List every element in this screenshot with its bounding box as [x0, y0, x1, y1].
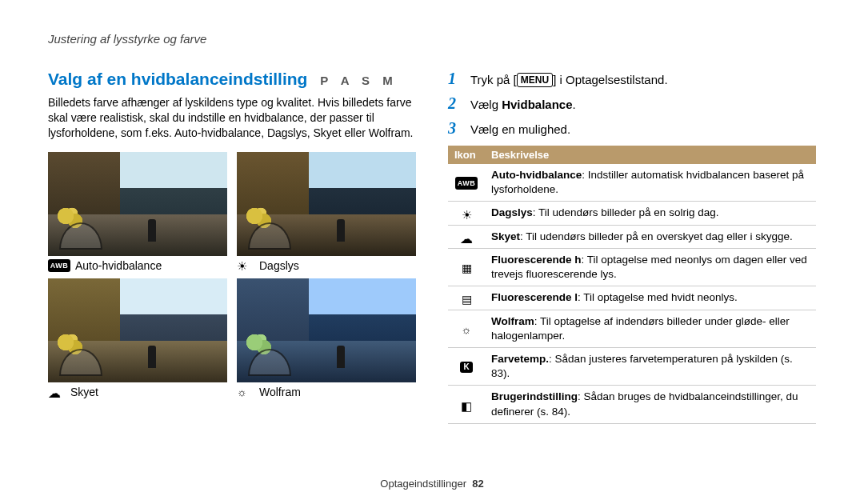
row-cloud-desc: : Til udendørs billeder på en overskyet … [520, 230, 793, 242]
step-number: 1 [448, 70, 462, 88]
intro-text: Billedets farve afhænger af lyskildens t… [48, 95, 416, 141]
mode-badges: P A S M [320, 74, 397, 87]
step-2-text-a: Vælg [470, 98, 502, 111]
breadcrumb: Justering af lysstyrke og farve [48, 32, 816, 46]
step-2-text-c: . [573, 98, 576, 111]
thumb-daylight-label: Dagslys [259, 259, 299, 272]
page-footer: Optageindstillinger 82 [0, 478, 864, 490]
thumb-cloudy: Skyet [48, 278, 227, 398]
step-number: 2 [448, 94, 462, 113]
kelvin-icon: K [460, 362, 473, 373]
cloud-icon [48, 386, 66, 398]
table-row: Brugerindstilling: Sådan bruges de hvidb… [448, 386, 816, 423]
fluorescent-l-icon [458, 292, 475, 305]
step-1-text-a: Tryk på [ [470, 73, 517, 86]
step-3: 3 Vælg en mulighed. [448, 119, 816, 138]
awb-icon: AWB [48, 259, 70, 272]
bulb-icon [237, 386, 254, 398]
row-cust-name: Brugerindstilling [491, 390, 578, 402]
sun-icon [237, 259, 254, 272]
table-row: Dagslys: Til udendørs billeder på en sol… [448, 202, 816, 225]
section-heading: Valg af en hvidbalanceindstilling [48, 70, 307, 88]
thumb-tungsten-label: Wolfram [259, 386, 301, 398]
right-column: 1 Tryk på [MENU] i Optagelsestilstand. 2… [448, 70, 816, 424]
table-row: AWB Auto-hvidbalance: Indstiller automat… [448, 164, 816, 202]
awb-icon: AWB [455, 177, 478, 190]
step-2-bold: Hvidbalance [502, 98, 572, 111]
row-tung-name: Wolfram [491, 315, 534, 327]
menu-key-icon: MENU [517, 73, 553, 87]
thumb-daylight: Dagslys [237, 152, 416, 272]
wb-options-table: Ikon Beskrivelse AWB Auto-hvidbalance: I… [448, 146, 816, 424]
row-tung-desc: : Til optagelse af indendørs billeder un… [491, 315, 790, 342]
row-fluoH-name: Fluorescerende h [491, 254, 582, 266]
footer-page: 82 [472, 478, 483, 490]
footer-section: Optageindstillinger [380, 478, 466, 490]
table-row: Skyet: Til udendørs billeder på en overs… [448, 225, 816, 248]
row-fluoL-desc: : Til optagelse med hvidt neonlys. [578, 291, 738, 303]
row-fluoL-name: Fluorescerende l [491, 291, 578, 303]
thumb-cloudy-label: Skyet [70, 386, 98, 398]
table-row: K Farvetemp.: Sådan justeres farvetemper… [448, 347, 816, 385]
fluorescent-h-icon [458, 261, 475, 274]
left-column: Valg af en hvidbalanceindstilling P A S … [48, 70, 416, 424]
row-day-desc: : Til udendørs billeder på en solrig dag… [533, 206, 719, 218]
row-awb-name: Auto-hvidbalance [491, 169, 582, 181]
cloud-icon [458, 230, 475, 243]
row-k-name: Farvetemp. [491, 353, 549, 365]
table-row: Wolfram: Til optagelse af indendørs bill… [448, 310, 816, 347]
step-2: 2 Vælg Hvidbalance. [448, 94, 816, 113]
table-row: Fluorescerende l: Til optagelse med hvid… [448, 286, 816, 310]
thumb-awb-label: Auto-hvidbalance [75, 259, 162, 272]
row-day-name: Dagslys [491, 206, 533, 218]
thumb-awb: AWB Auto-hvidbalance [48, 152, 227, 272]
step-3-text: Vælg en mulighed. [470, 121, 570, 138]
table-header-desc: Beskrivelse [485, 146, 816, 164]
thumb-tungsten: Wolfram [237, 278, 416, 398]
table-row: Fluorescerende h: Til optagelse med neon… [448, 248, 816, 286]
step-1: 1 Tryk på [MENU] i Optagelsestilstand. [448, 70, 816, 88]
step-1-text-b: ] i Optagelsestilstand. [553, 73, 667, 86]
step-number: 3 [448, 119, 462, 138]
row-cloud-name: Skyet [491, 230, 520, 242]
sun-icon [458, 207, 475, 220]
custom-wb-icon [458, 398, 475, 411]
table-header-icon: Ikon [448, 146, 485, 164]
bulb-icon [458, 322, 475, 335]
